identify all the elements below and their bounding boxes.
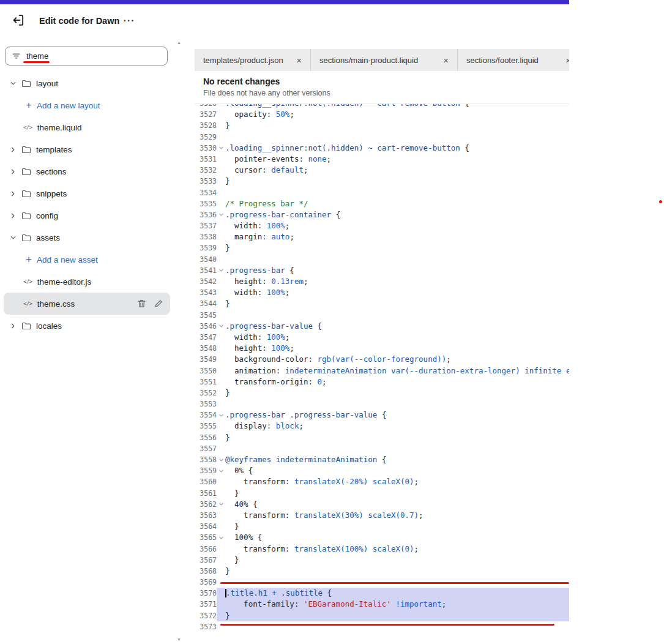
sidebar-item-sections[interactable]: sections: [4, 160, 170, 182]
tab-close-icon[interactable]: ×: [443, 55, 449, 66]
code-line-3531[interactable]: 3531 pointer-events: none;: [195, 154, 569, 165]
chevron-right-icon[interactable]: [10, 212, 17, 219]
tab-close-icon[interactable]: ×: [296, 55, 302, 66]
code-line-3546[interactable]: 3546.progress-bar-value {: [195, 321, 569, 332]
code-line-3529[interactable]: 3529: [195, 132, 569, 143]
code-line-3571[interactable]: 3571 font-family: 'EBGaramond-Italic' !i…: [195, 599, 569, 610]
code-line-3567[interactable]: 3567 }: [195, 555, 569, 566]
code-line-3535[interactable]: 3535/* Progress bar */: [195, 198, 569, 209]
code-line-3549[interactable]: 3549 background-color: rgb(var(--color-f…: [195, 354, 569, 365]
code-line-3561[interactable]: 3561 }: [195, 488, 569, 499]
code-line-3552[interactable]: 3552}: [195, 388, 569, 399]
chevron-right-icon[interactable]: [10, 190, 17, 197]
code-line-3530[interactable]: 3530.loading__spinner:not(.hidden) ~ car…: [195, 143, 569, 154]
code-line-3532[interactable]: 3532 cursor: default;: [195, 165, 569, 176]
file-label: theme-editor.js: [37, 277, 92, 286]
code-line-3548[interactable]: 3548 height: 100%;: [195, 343, 569, 354]
code-line-3572[interactable]: 3572}: [195, 610, 569, 621]
fold-chevron-icon[interactable]: [217, 465, 225, 476]
code-line-3570[interactable]: 3570.title.h1 + .subtitle {: [195, 588, 569, 599]
chevron-right-icon[interactable]: [10, 323, 17, 329]
code-line-3554[interactable]: 3554.progress-bar .progress-bar-value {: [195, 410, 569, 421]
code-line-3537[interactable]: 3537 width: 100%;: [195, 220, 569, 231]
code-line-3543[interactable]: 3543 width: 100%;: [195, 287, 569, 298]
line-number: 3551: [195, 376, 217, 388]
sidebar-item-theme.liquid[interactable]: </>theme.liquid: [4, 116, 170, 138]
code-line-3539[interactable]: 3539}: [195, 242, 569, 253]
code-line-3544[interactable]: 3544}: [195, 298, 569, 309]
more-actions-button[interactable]: ···: [120, 12, 138, 29]
fold-chevron-icon[interactable]: [217, 321, 225, 332]
sidebar-item-config[interactable]: config: [4, 204, 170, 227]
fold-chevron-icon[interactable]: [217, 143, 225, 154]
code-line-3559[interactable]: 3559 0% {: [195, 465, 569, 476]
code-line-3533[interactable]: 3533}: [195, 176, 569, 187]
sidebar-add-add-a-new-asset[interactable]: +Add a new asset: [4, 249, 170, 271]
fold-chevron-icon[interactable]: [217, 499, 225, 510]
fold-spacer: [217, 488, 225, 499]
rename-file-icon[interactable]: [154, 299, 163, 309]
code-line-3547[interactable]: 3547 width: 100%;: [195, 332, 569, 343]
code-line-3555[interactable]: 3555 display: block;: [195, 421, 569, 432]
code-line-3565[interactable]: 3565 100% {: [195, 532, 569, 543]
chevron-down-icon[interactable]: [10, 234, 17, 241]
scroll-up-icon[interactable]: ▲: [177, 40, 181, 45]
sidebar-item-theme.css[interactable]: </>theme.css: [4, 293, 170, 315]
code-line-3562[interactable]: 3562 40% {: [195, 499, 569, 510]
sidebar-item-snippets[interactable]: snippets: [4, 182, 170, 204]
code-line-3563[interactable]: 3563 transform: translateX(30%) scaleX(0…: [195, 510, 569, 521]
line-number: 3573: [195, 621, 217, 632]
chevron-down-icon[interactable]: [10, 80, 17, 87]
code-line-3560[interactable]: 3560 transform: translateX(-20%) scaleX(…: [195, 476, 569, 487]
chevron-right-icon[interactable]: [10, 146, 17, 153]
exit-button[interactable]: [9, 12, 28, 31]
tab-close-icon[interactable]: ×: [565, 55, 569, 66]
tab-sections-main-product.liquid[interactable]: sections/main-product.liquid×: [311, 49, 458, 71]
code-line-3566[interactable]: 3566 transform: translateX(100%) scaleX(…: [195, 544, 569, 555]
code-line-3545[interactable]: 3545: [195, 310, 569, 321]
code-line-3553[interactable]: 3553: [195, 399, 569, 410]
code-text: transform: translateX(100%) scaleX(0);: [225, 544, 569, 555]
tab-sections-footer.liquid[interactable]: sections/footer.liquid×: [458, 49, 569, 71]
sidebar-item-assets[interactable]: assets: [4, 227, 170, 249]
sidebar-scrollbar[interactable]: ▲ ▼: [174, 38, 184, 644]
code-line-3558[interactable]: 3558@keyframes indeterminateAnimation {: [195, 454, 569, 465]
code-line-3551[interactable]: 3551 transform-origin: 0;: [195, 376, 569, 388]
sidebar-item-theme-editor.js[interactable]: </>theme-editor.js: [4, 271, 170, 293]
code-line-3550[interactable]: 3550 animation: indeterminateAnimation v…: [195, 365, 569, 376]
code-line-3541[interactable]: 3541.progress-bar {: [195, 265, 569, 276]
file-search-input[interactable]: [26, 51, 161, 61]
code-line-3528[interactable]: 3528}: [195, 120, 569, 131]
add-link-label: Add a new layout: [37, 101, 100, 110]
fold-chevron-icon[interactable]: [217, 265, 225, 276]
sidebar-item-locales[interactable]: locales: [4, 315, 170, 337]
code-line-3536[interactable]: 3536.progress-bar-container {: [195, 209, 569, 220]
code-line-3573[interactable]: 3573: [195, 621, 569, 632]
tab-templates-product.json[interactable]: templates/product.json×: [195, 49, 311, 71]
scroll-down-icon[interactable]: ▼: [177, 637, 181, 642]
code-editor[interactable]: 3526.loading__spinner:not(.hidden) ~ car…: [195, 104, 569, 643]
sidebar-item-templates[interactable]: templates: [4, 138, 170, 160]
fold-chevron-icon[interactable]: [217, 454, 225, 465]
code-line-3564[interactable]: 3564 }: [195, 521, 569, 532]
chevron-right-icon[interactable]: [10, 168, 17, 175]
code-line-3542[interactable]: 3542 height: 0.13rem;: [195, 276, 569, 287]
fold-chevron-icon[interactable]: [217, 209, 225, 220]
sidebar-item-layout[interactable]: layout: [4, 72, 170, 94]
code-line-3568[interactable]: 3568}: [195, 566, 569, 577]
fold-chevron-icon[interactable]: [217, 532, 225, 543]
code-text: }: [225, 432, 569, 443]
sidebar-add-add-a-new-layout[interactable]: +Add a new layout: [4, 94, 170, 116]
fold-chevron-icon[interactable]: [217, 410, 225, 421]
code-line-3534[interactable]: 3534: [195, 187, 569, 198]
code-line-3556[interactable]: 3556}: [195, 432, 569, 443]
line-number: 3563: [195, 510, 217, 521]
code-line-3557[interactable]: 3557: [195, 443, 569, 454]
code-line-3527[interactable]: 3527 opacity: 50%;: [195, 109, 569, 120]
delete-file-icon[interactable]: [137, 299, 146, 309]
code-line-3538[interactable]: 3538 margin: auto;: [195, 231, 569, 242]
fold-spacer: [217, 421, 225, 432]
code-line-3540[interactable]: 3540: [195, 254, 569, 265]
fold-spacer: [217, 231, 225, 242]
code-line-3526[interactable]: 3526.loading__spinner:not(.hidden) ~ car…: [195, 104, 569, 109]
